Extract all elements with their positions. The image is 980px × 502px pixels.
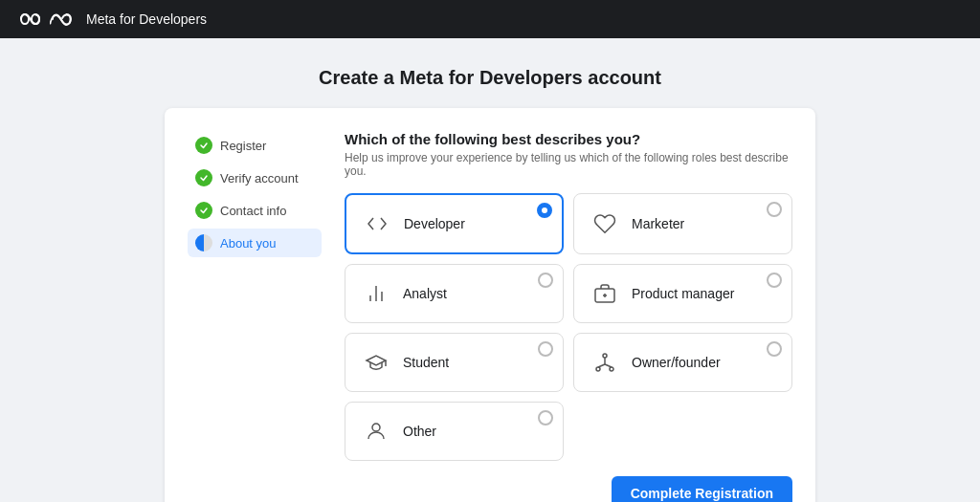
roles-grid: Developer Marketer bbox=[345, 193, 792, 461]
role-label-marketer: Marketer bbox=[632, 216, 684, 231]
page-title: Create a Meta for Developers account bbox=[319, 67, 661, 89]
meta-logo-icon bbox=[19, 11, 78, 27]
developer-icon bbox=[362, 208, 392, 239]
role-label-owner-founder: Owner/founder bbox=[632, 355, 721, 370]
role-card-marketer[interactable]: Marketer bbox=[573, 193, 792, 254]
role-label-other: Other bbox=[403, 424, 436, 439]
role-card-other[interactable]: Other bbox=[345, 402, 564, 461]
contact-check-icon bbox=[195, 202, 212, 219]
sidebar: Register Verify account Contact info bbox=[188, 131, 322, 502]
logo: Meta for Developers bbox=[19, 11, 207, 27]
about-you-icon bbox=[195, 234, 212, 251]
svg-point-8 bbox=[603, 354, 607, 358]
sidebar-item-register[interactable]: Register bbox=[188, 131, 322, 160]
owner-founder-radio bbox=[767, 341, 782, 357]
form-description: Help us improve your experience by telli… bbox=[345, 151, 792, 178]
other-radio bbox=[538, 410, 553, 426]
marketer-radio bbox=[767, 202, 782, 217]
owner-founder-icon bbox=[590, 347, 620, 378]
role-label-analyst: Analyst bbox=[403, 286, 447, 301]
verify-check-icon bbox=[195, 169, 212, 186]
svg-point-14 bbox=[372, 424, 380, 431]
sidebar-item-contact-label: Contact info bbox=[220, 204, 286, 218]
register-check-icon bbox=[195, 137, 212, 154]
analyst-icon bbox=[361, 278, 391, 309]
page-content: Create a Meta for Developers account Reg… bbox=[0, 38, 980, 502]
svg-point-9 bbox=[596, 367, 600, 371]
sidebar-item-register-label: Register bbox=[220, 139, 266, 153]
marketer-icon bbox=[590, 208, 620, 239]
role-card-analyst[interactable]: Analyst bbox=[345, 264, 564, 323]
role-label-product-manager: Product manager bbox=[632, 286, 734, 301]
sidebar-item-about-you[interactable]: About you bbox=[188, 229, 322, 257]
role-label-developer: Developer bbox=[404, 216, 465, 231]
student-icon bbox=[361, 347, 391, 378]
svg-line-12 bbox=[598, 364, 605, 367]
form-footer: Complete Registration bbox=[345, 476, 792, 502]
complete-registration-button[interactable]: Complete Registration bbox=[612, 476, 792, 502]
svg-point-10 bbox=[610, 367, 613, 371]
sidebar-item-verify-account[interactable]: Verify account bbox=[188, 164, 322, 192]
sidebar-item-contact-info[interactable]: Contact info bbox=[188, 196, 322, 225]
developer-radio bbox=[537, 203, 552, 218]
sidebar-item-about-label: About you bbox=[220, 236, 277, 251]
role-card-owner-founder[interactable]: Owner/founder bbox=[573, 333, 792, 392]
student-radio bbox=[538, 341, 553, 357]
role-card-developer[interactable]: Developer bbox=[345, 193, 564, 254]
analyst-radio bbox=[538, 273, 553, 288]
product-manager-radio bbox=[767, 273, 782, 288]
role-label-student: Student bbox=[403, 355, 449, 370]
svg-point-0 bbox=[21, 14, 29, 24]
form-question: Which of the following best describes yo… bbox=[345, 131, 792, 147]
topbar: Meta for Developers bbox=[0, 0, 980, 38]
sidebar-item-verify-label: Verify account bbox=[220, 171, 299, 186]
role-card-student[interactable]: Student bbox=[345, 333, 564, 392]
product-manager-icon bbox=[590, 278, 620, 309]
main-card: Register Verify account Contact info bbox=[165, 108, 815, 502]
logo-text: Meta for Developers bbox=[86, 11, 207, 27]
svg-line-13 bbox=[605, 364, 612, 367]
other-icon bbox=[361, 416, 391, 447]
role-card-product-manager[interactable]: Product manager bbox=[573, 264, 792, 323]
form-section: Which of the following best describes yo… bbox=[345, 131, 792, 502]
